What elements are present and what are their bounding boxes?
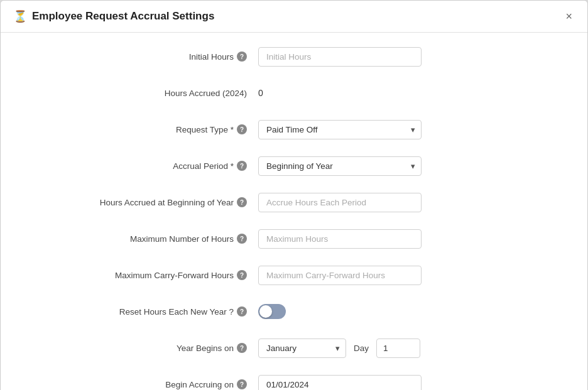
toggle-knob (259, 305, 272, 318)
year-begins-inner: January February March April May June Ju… (258, 339, 422, 358)
begin-accruing-label: Begin Accruing on ? (19, 379, 258, 389)
begin-accruing-input[interactable] (258, 375, 422, 391)
year-begins-control: January February March April May June Ju… (258, 339, 422, 358)
max-hours-control (258, 229, 422, 249)
day-label: Day (354, 344, 369, 353)
initial-hours-input[interactable] (258, 47, 422, 67)
initial-hours-row: Initial Hours ? (19, 44, 569, 69)
dialog-header: ⏳ Employee Request Accrual Settings × (1, 1, 587, 33)
begin-accruing-row: Begin Accruing on ? (19, 372, 569, 390)
max-carryforward-row: Maximum Carry-Forward Hours ? (19, 263, 569, 288)
request-type-select-wrapper: Paid Time Off Sick Leave Vacation ▾ (258, 120, 422, 139)
request-type-label: Request Type * ? (19, 124, 258, 134)
request-type-select[interactable]: Paid Time Off Sick Leave Vacation (258, 120, 422, 139)
hourglass-icon: ⏳ (13, 9, 27, 23)
max-carryforward-input[interactable] (258, 266, 422, 285)
dialog-title: ⏳ Employee Request Accrual Settings (13, 9, 214, 23)
request-type-row: Request Type * ? Paid Time Off Sick Leav… (19, 117, 569, 142)
close-x-button[interactable]: × (563, 11, 575, 22)
hours-accrued-beginning-help-icon[interactable]: ? (237, 197, 247, 207)
initial-hours-label: Initial Hours ? (19, 51, 258, 62)
hours-accrued-value: 0 (258, 84, 263, 102)
max-hours-input[interactable] (258, 229, 422, 249)
reset-hours-toggle-wrapper (258, 304, 422, 319)
hours-accrued-label: Hours Accrued (2024) (19, 89, 258, 98)
hours-accrued-control: 0 (258, 88, 422, 98)
begin-accruing-help-icon[interactable]: ? (237, 379, 247, 389)
reset-hours-help-icon[interactable]: ? (237, 306, 247, 317)
accrual-period-control: Beginning of Year Monthly Bi-Weekly Week… (258, 156, 422, 176)
year-begins-help-icon[interactable]: ? (237, 343, 247, 353)
max-carryforward-control (258, 266, 422, 285)
accrual-period-select[interactable]: Beginning of Year Monthly Bi-Weekly Week… (258, 156, 422, 176)
reset-hours-row: Reset Hours Each New Year ? ? (19, 299, 569, 324)
reset-hours-control (258, 304, 422, 319)
request-type-control: Paid Time Off Sick Leave Vacation ▾ (258, 120, 422, 139)
max-carryforward-label: Maximum Carry-Forward Hours ? (19, 270, 258, 280)
max-hours-help-icon[interactable]: ? (237, 234, 247, 244)
hours-accrued-row: Hours Accrued (2024) 0 (19, 80, 569, 106)
hours-accrued-beginning-control (258, 193, 422, 212)
month-select-wrapper: January February March April May June Ju… (258, 339, 346, 358)
begin-accruing-control (258, 375, 422, 391)
accrual-period-help-icon[interactable]: ? (237, 161, 247, 171)
initial-hours-control (258, 47, 422, 67)
accrual-period-row: Accrual Period * ? Beginning of Year Mon… (19, 153, 569, 178)
month-select[interactable]: January February March April May June Ju… (258, 339, 346, 358)
reset-hours-label: Reset Hours Each New Year ? ? (19, 306, 258, 317)
hours-accrued-beginning-label: Hours Accrued at Beginning of Year ? (19, 197, 258, 207)
day-input[interactable] (376, 339, 420, 358)
year-begins-label: Year Begins on ? (19, 343, 258, 353)
accrual-period-label: Accrual Period * ? (19, 161, 258, 171)
accrual-settings-dialog: ⏳ Employee Request Accrual Settings × In… (0, 0, 588, 390)
max-hours-label: Maximum Number of Hours ? (19, 234, 258, 244)
initial-hours-help-icon[interactable]: ? (237, 51, 247, 62)
year-begins-row: Year Begins on ? January February March … (19, 335, 569, 360)
dialog-body: Initial Hours ? Hours Accrued (2024) 0 R… (1, 33, 587, 390)
request-type-help-icon[interactable]: ? (237, 124, 247, 134)
reset-hours-toggle[interactable] (258, 304, 286, 319)
hours-accrued-beginning-input[interactable] (258, 193, 422, 212)
hours-accrued-beginning-row: Hours Accrued at Beginning of Year ? (19, 190, 569, 215)
max-carryforward-help-icon[interactable]: ? (237, 270, 247, 280)
max-hours-row: Maximum Number of Hours ? (19, 226, 569, 251)
accrual-period-select-wrapper: Beginning of Year Monthly Bi-Weekly Week… (258, 156, 422, 176)
